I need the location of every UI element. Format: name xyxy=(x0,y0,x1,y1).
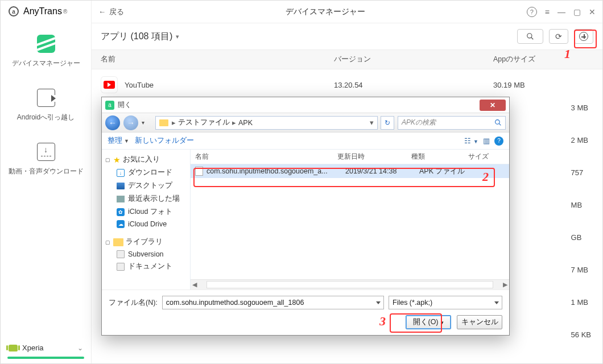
tree-item[interactable]: デスクトップ xyxy=(104,179,188,192)
dialog-title: 開く xyxy=(118,100,131,110)
help-icon[interactable]: ? xyxy=(527,7,537,17)
col-type[interactable]: 種類 xyxy=(411,152,468,162)
plus-circle-icon xyxy=(579,32,588,41)
desktop-icon xyxy=(117,183,125,189)
dialog-footer: ファイル名(N): com.sohu.inputmethod.sogouoem_… xyxy=(102,289,509,335)
file-name-cell: com.sohu.inputmethod.sogouoem_a... xyxy=(206,167,345,175)
back-button[interactable]: ← 戻る xyxy=(98,7,124,17)
recent-icon xyxy=(117,196,125,202)
breadcrumb[interactable]: ▸ テストファイル ▸ APK ▾ xyxy=(155,116,378,130)
open-file-dialog: a 開く ✕ ← → ▾ ▸ テストファイル ▸ APK ▾ ↻ APKの検索 … xyxy=(101,97,510,336)
column-headers: 名前 バージョン Appのサイズ xyxy=(92,49,602,69)
icloud-drive-icon: ☁ xyxy=(117,220,125,228)
filename-combo[interactable]: com.sohu.inputmethod.sogouoem_all_1806 xyxy=(162,296,384,309)
cancel-button[interactable]: キャンセル xyxy=(457,315,502,329)
folder-icon xyxy=(159,119,168,126)
svg-line-1 xyxy=(531,38,534,40)
nav-history-dropdown[interactable]: ▾ xyxy=(142,119,150,126)
sidebar-item-android-migration[interactable]: Androidへ引っ越し xyxy=(1,76,91,130)
sub-header: アプリ (108 項目) ▾ ⟳ xyxy=(92,23,602,49)
file-row-selected[interactable]: com.sohu.inputmethod.sogouoem_a... 2019/… xyxy=(191,164,509,178)
help-icon[interactable]: ? xyxy=(494,136,503,146)
dialog-nav-bar: ← → ▾ ▸ テストファイル ▸ APK ▾ ↻ APKの検索 xyxy=(102,113,509,133)
chevron-down-icon[interactable]: ▾ xyxy=(176,33,179,40)
open-button[interactable]: 開く(O)▾ xyxy=(406,315,451,329)
col-date[interactable]: 更新日時 xyxy=(337,152,411,162)
dialog-toolbar: 整理▼ 新しいフォルダー ☷ ▼ ▥ ? xyxy=(102,133,509,150)
file-date-cell: 2019/3/21 14:38 xyxy=(345,167,419,175)
tree-library[interactable]: ▢ライブラリ xyxy=(104,235,188,249)
tree-favorites[interactable]: ▢★お気に入り xyxy=(104,153,188,166)
maximize-icon[interactable]: ▢ xyxy=(573,7,581,16)
dialog-titlebar[interactable]: a 開く ✕ xyxy=(102,97,509,113)
svg-point-0 xyxy=(527,34,532,38)
obscured-sizes: 3 MB 2 MB 757 MB GB 7 MB 1 MB 56 KB xyxy=(571,104,591,339)
youtube-icon xyxy=(101,76,118,93)
refresh-icon: ⟳ xyxy=(555,32,562,41)
page-title: デバイスマネージャー xyxy=(124,7,527,17)
filetype-filter-combo[interactable]: Files (*.apk;) xyxy=(389,296,502,309)
tree-item[interactable]: ✿iCloud フォト xyxy=(104,205,188,218)
tree-item[interactable]: ↓ダウンロード xyxy=(104,166,188,179)
tree-item[interactable]: ドキュメント xyxy=(104,260,188,273)
tree-item[interactable]: Subversion xyxy=(104,249,188,260)
preview-pane-button[interactable]: ▥ xyxy=(483,136,490,145)
view-options-button[interactable]: ☷ ▼ xyxy=(464,136,478,145)
download-icon: ↓ xyxy=(117,169,125,177)
sidebar: a AnyTrans® デバイスマネージャー Androidへ引っ越し 動画・音… xyxy=(1,1,92,363)
nav-forward-button[interactable]: → xyxy=(123,115,138,130)
dialog-close-button[interactable]: ✕ xyxy=(480,100,506,111)
col-name[interactable]: 名前 xyxy=(101,55,334,64)
search-icon xyxy=(526,32,534,40)
app-size-cell: 30.19 MB xyxy=(493,81,593,89)
folder-tree: ▢★お気に入り ↓ダウンロード デスクトップ 最近表示した場 ✿iCloud フ… xyxy=(102,150,191,289)
subversion-icon xyxy=(117,250,125,258)
library-icon xyxy=(113,238,123,246)
file-type-cell: APK ファイル xyxy=(419,167,476,176)
col-size[interactable]: サイズ xyxy=(468,152,505,162)
device-progress-bar xyxy=(7,357,84,359)
sidebar-item-device-manager[interactable]: デバイスマネージャー xyxy=(1,22,91,76)
category-title[interactable]: アプリ (108 項目) xyxy=(101,31,172,43)
android-icon xyxy=(9,345,18,351)
col-name[interactable]: 名前 xyxy=(195,152,337,162)
new-folder-button[interactable]: 新しいフォルダー xyxy=(135,136,194,146)
app-row[interactable]: YouTube 13.20.54 30.19 MB xyxy=(92,69,602,100)
chevron-down-icon[interactable]: ▾ xyxy=(370,118,374,127)
col-size[interactable]: Appのサイズ xyxy=(493,55,593,64)
icloud-photo-icon: ✿ xyxy=(117,208,125,216)
menu-icon[interactable]: ≡ xyxy=(545,7,550,16)
sidebar-item-media-download[interactable]: 動画・音声ダウンロード xyxy=(1,130,91,184)
horizontal-scrollbar[interactable]: ◀▶ xyxy=(191,279,509,289)
dialog-app-icon: a xyxy=(105,101,114,110)
app-logo-icon: a xyxy=(9,6,19,16)
minimize-icon[interactable]: — xyxy=(557,7,565,16)
col-version[interactable]: バージョン xyxy=(334,55,493,64)
device-manager-icon xyxy=(37,35,55,53)
app-version-cell: 13.20.54 xyxy=(334,81,493,89)
file-list-pane: 名前 更新日時 種類 サイズ com.sohu.inputmethod.sogo… xyxy=(191,150,509,289)
refresh-button[interactable]: ⟳ xyxy=(549,29,568,44)
nav-back-button[interactable]: ← xyxy=(105,115,120,130)
documents-icon xyxy=(117,263,125,271)
add-button[interactable] xyxy=(574,29,593,44)
app-brand: a AnyTrans® xyxy=(1,1,91,22)
close-icon[interactable]: ✕ xyxy=(589,7,596,16)
app-name: AnyTrans xyxy=(23,6,62,16)
tree-item[interactable]: 最近表示した場 xyxy=(104,192,188,205)
star-icon: ★ xyxy=(113,155,121,164)
svg-line-3 xyxy=(499,123,501,125)
organize-menu[interactable]: 整理▼ xyxy=(108,136,129,146)
device-selector[interactable]: Xperia ⌄ xyxy=(1,338,91,354)
search-button[interactable] xyxy=(517,29,543,44)
app-name-cell: YouTube xyxy=(125,81,154,89)
file-list-headers: 名前 更新日時 種類 サイズ xyxy=(191,150,509,164)
download-icon xyxy=(37,143,55,161)
dialog-search-input[interactable]: APKの検索 xyxy=(398,116,506,130)
tree-item[interactable]: ☁iCloud Drive xyxy=(104,218,188,230)
search-icon xyxy=(494,119,502,126)
svg-point-2 xyxy=(495,120,500,125)
migration-icon xyxy=(37,89,55,107)
back-arrow-icon: ← xyxy=(98,7,106,16)
nav-refresh-button[interactable]: ↻ xyxy=(381,116,394,130)
